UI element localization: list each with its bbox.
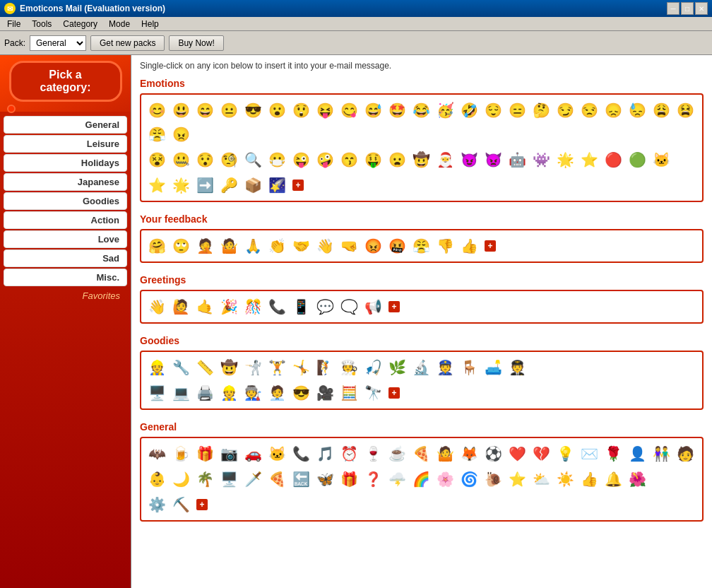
buy-now-button[interactable]: Buy Now! [169, 35, 223, 51]
emoji[interactable]: 🦋 [314, 468, 336, 490]
emoji[interactable]: 🖥️ [146, 382, 168, 404]
emoji[interactable]: 🙋 [170, 295, 192, 318]
emoji[interactable]: 👾 [530, 148, 552, 171]
emoji[interactable]: 🙏 [242, 235, 264, 257]
menu-file[interactable]: File [3, 18, 25, 30]
emoji[interactable]: 👋 [314, 235, 336, 257]
category-goodies[interactable]: Goodies [4, 192, 127, 210]
emoji[interactable]: 🌟 [170, 174, 192, 196]
emoji[interactable]: 😑 [506, 99, 528, 122]
emoji[interactable]: 🔙 [290, 468, 312, 490]
emoji[interactable]: 🧑 [674, 442, 696, 465]
emoji[interactable]: 📷 [218, 442, 240, 465]
emoji[interactable]: 🌹 [602, 442, 624, 465]
emoji[interactable]: 👋 [146, 295, 168, 318]
emoji[interactable]: 😲 [290, 99, 312, 122]
emoji[interactable]: 🌿 [386, 356, 408, 379]
emoji[interactable]: 😊 [146, 99, 168, 122]
emoji[interactable]: 🗨️ [338, 295, 360, 318]
emoji[interactable]: 🤷 [434, 442, 456, 465]
emoji[interactable]: 🍕 [410, 442, 432, 465]
emoji[interactable]: 🧑‍💼 [266, 382, 288, 404]
category-favorites[interactable]: Favorites [4, 288, 127, 304]
emoji[interactable]: 😦 [386, 148, 408, 171]
emoji[interactable]: 🧐 [218, 148, 240, 171]
category-sad[interactable]: Sad [4, 249, 127, 267]
emoji[interactable]: 🌈 [410, 468, 432, 490]
emoji[interactable]: 😏 [554, 99, 576, 122]
emoji[interactable]: 🤑 [362, 148, 384, 171]
emoji[interactable]: 🌺 [626, 468, 648, 490]
emoji[interactable]: 🌩️ [386, 468, 408, 490]
emoji[interactable]: 📞 [266, 295, 288, 318]
emotions-more-button[interactable]: + [292, 180, 304, 191]
emoji[interactable]: 👷 [146, 356, 168, 379]
emoji[interactable]: 👤 [626, 442, 648, 465]
emoji[interactable]: 🔑 [218, 174, 240, 196]
emoji[interactable]: 🤖 [506, 148, 528, 171]
menu-tools[interactable]: Tools [28, 18, 56, 30]
emoji[interactable]: 😓 [626, 99, 648, 122]
emoji[interactable]: 😩 [650, 99, 672, 122]
emoji[interactable]: 😞 [602, 99, 624, 122]
emoji[interactable]: 🎣 [362, 356, 384, 379]
emoji[interactable]: 🤺 [242, 356, 264, 379]
emoji[interactable]: 🌴 [194, 468, 216, 490]
emoji[interactable]: 🦊 [458, 442, 480, 465]
emoji[interactable]: 😙 [338, 148, 360, 171]
emoji[interactable]: 👍 [578, 468, 600, 490]
emoji[interactable]: 🙄 [170, 235, 192, 257]
emoji[interactable]: 😠 [170, 123, 192, 146]
emoji[interactable]: ⚙️ [146, 493, 168, 516]
emoji[interactable]: 🖨️ [194, 382, 216, 404]
emoji[interactable]: 🏋️ [266, 356, 288, 379]
emoji[interactable]: 😜 [290, 148, 312, 171]
emoji[interactable]: 🌠 [266, 174, 288, 196]
general-more-button[interactable]: + [196, 499, 208, 510]
emoji[interactable]: 🐱 [650, 148, 672, 171]
emoji[interactable]: 🤷 [218, 235, 240, 257]
category-action[interactable]: Action [4, 211, 127, 229]
emoji[interactable]: 🧗 [314, 356, 336, 379]
emoji[interactable]: 🧑‍🍳 [338, 356, 360, 379]
minimize-button[interactable]: ─ [667, 2, 680, 15]
emoji[interactable]: 🍷 [362, 442, 384, 465]
emoji[interactable]: 😯 [194, 148, 216, 171]
greetings-more-button[interactable]: + [388, 301, 400, 312]
emoji[interactable]: 💔 [530, 442, 552, 465]
emoji[interactable]: 😎 [242, 99, 264, 122]
emoji[interactable]: 👮 [434, 356, 456, 379]
emoji[interactable]: 🤣 [458, 99, 480, 122]
category-love[interactable]: Love [4, 230, 127, 248]
emoji[interactable]: 🤜 [338, 235, 360, 257]
emoji[interactable]: 😌 [482, 99, 504, 122]
emoji[interactable]: 🔧 [170, 356, 192, 379]
feedback-more-button[interactable]: + [485, 240, 496, 252]
emoji[interactable]: 🎁 [338, 468, 360, 490]
emoji[interactable]: 🦇 [146, 442, 168, 465]
close-button[interactable]: ✕ [695, 2, 708, 15]
emoji[interactable]: 🔬 [410, 356, 432, 379]
emoji[interactable]: 🍕 [266, 468, 288, 490]
emoji[interactable]: 🔔 [602, 468, 624, 490]
emoji[interactable]: 🤐 [170, 148, 192, 171]
emoji[interactable]: 🤪 [314, 148, 336, 171]
emoji[interactable]: 🔭 [362, 382, 384, 404]
emoji[interactable]: 📞 [290, 442, 312, 465]
emoji[interactable]: 🎁 [194, 442, 216, 465]
emoji[interactable]: ⏰ [338, 442, 360, 465]
emoji[interactable]: 🐱 [266, 442, 288, 465]
emoji[interactable]: ⭐ [578, 148, 600, 171]
emoji[interactable]: 👿 [482, 148, 504, 171]
emoji[interactable]: 💡 [554, 442, 576, 465]
emoji[interactable]: 🔴 [602, 148, 624, 171]
emoji[interactable]: 😡 [362, 235, 384, 257]
get-new-packs-button[interactable]: Get new packs [90, 35, 165, 51]
emoji[interactable]: 🤝 [290, 235, 312, 257]
emoji[interactable]: ⭐ [146, 174, 168, 196]
emoji[interactable]: ⭐ [506, 468, 528, 490]
emoji[interactable]: 👫 [650, 442, 672, 465]
emoji[interactable]: 💬 [314, 295, 336, 318]
category-japanese[interactable]: Japanese [4, 173, 127, 191]
emoji[interactable]: 🤙 [194, 295, 216, 318]
